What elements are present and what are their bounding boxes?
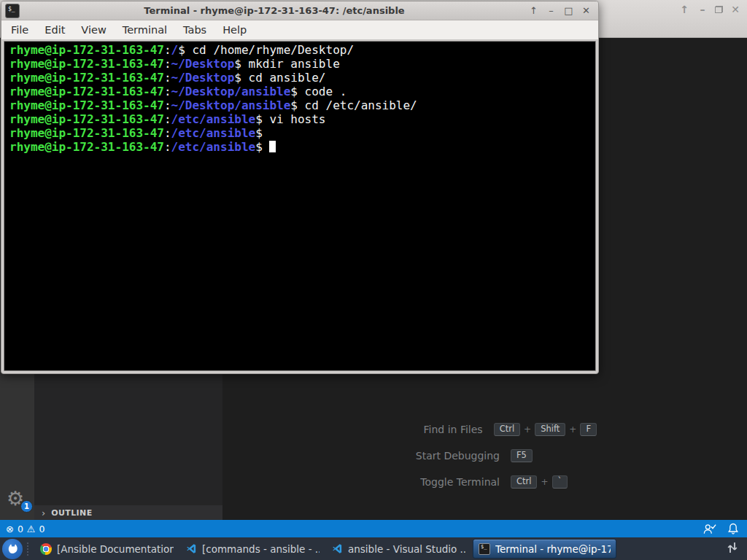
taskbar-button-active[interactable]: $_Terminal - rhyme@ip-17... — [473, 539, 616, 559]
chevron-right-icon: › — [42, 508, 45, 518]
prompt-path: / — [171, 43, 179, 57]
terminal-app-icon: $_ — [5, 4, 20, 18]
prompt-symbol: $ — [234, 57, 241, 71]
prompt-separator: : — [164, 126, 171, 140]
terminal-title: Terminal - rhyme@ip-172-31-163-47: /etc/… — [20, 5, 529, 16]
prompt-user: rhyme@ip-172-31-163-47 — [9, 98, 164, 112]
network-activity-icon[interactable] — [727, 541, 738, 557]
welcome-shortcuts: Find in FilesCtrl+Shift+FStart Debugging… — [400, 416, 597, 495]
shortcut-keys: Ctrl+` — [511, 475, 597, 489]
vscode-close-icon[interactable]: ✕ — [729, 4, 741, 15]
keycap: Ctrl — [511, 475, 537, 489]
command-text: cd /home/rhyme/Desktop/ — [185, 43, 354, 57]
vscode-icon — [332, 543, 343, 554]
prompt-user: rhyme@ip-172-31-163-47 — [9, 71, 164, 85]
prompt-symbol: $ — [178, 43, 185, 57]
warning-count: 0 — [39, 524, 45, 534]
desktop: ↑ – ✕ ⚙ 1 › OUTLINE Find in FilesCtrl+Sh… — [0, 0, 747, 560]
terminal-line: rhyme@ip-172-31-163-47:~/Desktop$ cd ans… — [9, 71, 595, 85]
prompt-symbol: $ — [255, 112, 263, 126]
prompt-path: /etc/ansible — [171, 112, 256, 126]
terminal-line: rhyme@ip-172-31-163-47:~/Desktop/ansible… — [9, 98, 595, 112]
prompt-symbol: $ — [290, 98, 298, 112]
menu-edit[interactable]: Edit — [36, 20, 73, 40]
menu-view[interactable]: View — [73, 20, 114, 40]
menu-help[interactable]: Help — [214, 20, 255, 40]
problems-indicator[interactable]: ⊗ 0 ⚠ 0 — [6, 524, 44, 534]
prompt-path: /etc/ansible — [171, 140, 256, 154]
terminal-cursor — [269, 141, 276, 152]
prompt-symbol: $ — [290, 85, 298, 98]
shortcut-keys: F5 — [511, 449, 597, 463]
prompt-user: rhyme@ip-172-31-163-47 — [9, 85, 164, 98]
prompt-symbol: $ — [255, 126, 263, 140]
shortcut-label[interactable]: Toggle Terminal — [400, 476, 500, 488]
taskbar-button[interactable]: [Ansible Documentation... — [35, 539, 179, 559]
terminal-rollup-icon[interactable]: ↑ — [529, 5, 538, 16]
vscode-status-bar: ⊗ 0 ⚠ 0 — [0, 520, 747, 537]
prompt-separator: : — [164, 57, 171, 71]
taskbar-button-title: [commands - ansible - ... — [202, 543, 320, 555]
chrome-icon — [40, 543, 52, 555]
prompt-user: rhyme@ip-172-31-163-47 — [9, 43, 164, 57]
vscode-minimize-icon[interactable]: – — [697, 4, 708, 15]
shortcut-label[interactable]: Find in Files — [400, 424, 483, 435]
keycap: Ctrl — [494, 423, 520, 437]
shortcut-label[interactable]: Start Debugging — [400, 450, 500, 462]
prompt-user: rhyme@ip-172-31-163-47 — [9, 140, 164, 154]
terminal-menubar: FileEditViewTerminalTabsHelp — [1, 20, 598, 40]
notifications-bell-icon[interactable] — [728, 523, 738, 534]
taskbar: [Ansible Documentation...[commands - ans… — [0, 537, 747, 560]
error-count: 0 — [18, 524, 23, 534]
prompt-separator: : — [164, 98, 171, 112]
plus-separator: + — [524, 424, 531, 435]
keycap: F5 — [511, 449, 533, 463]
terminal-maximize-icon[interactable]: □ — [564, 5, 573, 16]
prompt-separator: : — [164, 112, 171, 126]
applications-menu-button[interactable] — [2, 539, 23, 559]
prompt-path: ~/Desktop/ansible — [171, 98, 291, 112]
prompt-separator: : — [164, 43, 171, 57]
xfce-mouse-icon — [5, 542, 20, 556]
prompt-path: ~/Desktop/ansible — [171, 85, 291, 98]
command-text: cd ansible/ — [241, 71, 326, 85]
vscode-icon — [186, 543, 197, 554]
menu-tabs[interactable]: Tabs — [175, 20, 214, 40]
terminal-line: rhyme@ip-172-31-163-47:/$ cd /home/rhyme… — [9, 43, 595, 57]
taskbar-button[interactable]: [commands - ansible - ... — [181, 539, 325, 559]
prompt-symbol: $ — [255, 140, 263, 154]
vscode-rollup-icon[interactable]: ↑ — [678, 4, 690, 15]
vscode-restore-icon[interactable] — [715, 6, 723, 13]
command-text: code . — [298, 85, 347, 98]
terminal-close-icon[interactable]: ✕ — [581, 5, 591, 16]
outline-section-header[interactable]: › OUTLINE — [34, 505, 222, 520]
prompt-user: rhyme@ip-172-31-163-47 — [9, 126, 164, 140]
feedback-icon[interactable] — [703, 524, 716, 534]
plus-separator: + — [569, 424, 576, 435]
taskbar-button-title: [Ansible Documentation... — [57, 543, 174, 555]
shortcut-row: Find in FilesCtrl+Shift+F — [400, 416, 597, 443]
terminal-minimize-icon[interactable]: – — [546, 5, 556, 16]
manage-gear-button[interactable]: ⚙ 1 — [7, 488, 28, 510]
taskbar-button[interactable]: ansible - Visual Studio ... — [327, 539, 471, 559]
terminal-line: rhyme@ip-172-31-163-47:~/Desktop$ mkdir … — [9, 57, 595, 71]
plus-separator: + — [541, 477, 548, 487]
keycap: Shift — [535, 423, 565, 437]
prompt-separator: : — [164, 85, 171, 98]
shortcut-row: Toggle TerminalCtrl+` — [400, 469, 597, 495]
menu-file[interactable]: File — [3, 20, 36, 40]
prompt-user: rhyme@ip-172-31-163-47 — [9, 57, 164, 71]
shortcut-row: Start DebuggingF5 — [400, 443, 597, 469]
terminal-screen[interactable]: rhyme@ip-172-31-163-47:/$ cd /home/rhyme… — [4, 41, 596, 371]
keycap: F — [580, 423, 597, 437]
command-text: mkdir ansible — [241, 57, 340, 71]
menu-terminal[interactable]: Terminal — [115, 20, 175, 40]
terminal-titlebar[interactable]: $_ Terminal - rhyme@ip-172-31-163-47: /e… — [1, 1, 598, 20]
gear-badge: 1 — [20, 500, 33, 513]
terminal-icon: $_ — [479, 543, 490, 555]
terminal-line: rhyme@ip-172-31-163-47:~/Desktop/ansible… — [9, 85, 595, 98]
prompt-symbol: $ — [234, 71, 241, 85]
prompt-path: /etc/ansible — [171, 126, 256, 140]
taskbar-button-title: ansible - Visual Studio ... — [348, 543, 465, 555]
command-text: cd /etc/ansible/ — [298, 98, 417, 112]
